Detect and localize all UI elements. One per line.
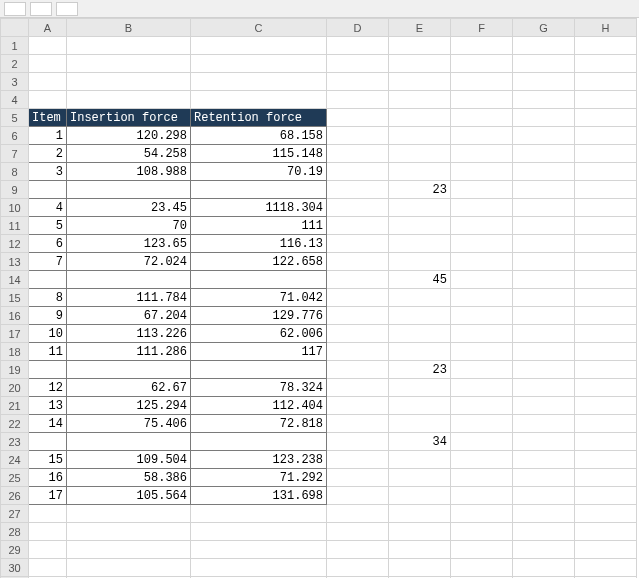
cell-C3[interactable] bbox=[191, 73, 327, 91]
row-header-18[interactable]: 18 bbox=[1, 343, 29, 361]
cell-E27[interactable] bbox=[389, 505, 451, 523]
cell-C8[interactable]: 70.19 bbox=[191, 163, 327, 181]
cell-G6[interactable] bbox=[513, 127, 575, 145]
cell-C10[interactable]: 1118.304 bbox=[191, 199, 327, 217]
cell-A21[interactable]: 13 bbox=[29, 397, 67, 415]
cell-A30[interactable] bbox=[29, 559, 67, 577]
cell-F13[interactable] bbox=[451, 253, 513, 271]
cell-E3[interactable] bbox=[389, 73, 451, 91]
cell-D26[interactable] bbox=[327, 487, 389, 505]
cell-D2[interactable] bbox=[327, 55, 389, 73]
cell-H12[interactable] bbox=[575, 235, 637, 253]
cell-F24[interactable] bbox=[451, 451, 513, 469]
cell-H2[interactable] bbox=[575, 55, 637, 73]
spreadsheet-grid[interactable]: ABCDEFGH12345ItemInsertion forceRetentio… bbox=[0, 18, 639, 578]
cell-C2[interactable] bbox=[191, 55, 327, 73]
cell-G10[interactable] bbox=[513, 199, 575, 217]
cell-C22[interactable]: 72.818 bbox=[191, 415, 327, 433]
row-header-13[interactable]: 13 bbox=[1, 253, 29, 271]
cell-G21[interactable] bbox=[513, 397, 575, 415]
cell-A1[interactable] bbox=[29, 37, 67, 55]
cell-E11[interactable] bbox=[389, 217, 451, 235]
col-header-G[interactable]: G bbox=[513, 19, 575, 37]
cell-H16[interactable] bbox=[575, 307, 637, 325]
cell-A10[interactable]: 4 bbox=[29, 199, 67, 217]
cell-A4[interactable] bbox=[29, 91, 67, 109]
cell-F23[interactable] bbox=[451, 433, 513, 451]
cell-F11[interactable] bbox=[451, 217, 513, 235]
cell-F19[interactable] bbox=[451, 361, 513, 379]
cell-E18[interactable] bbox=[389, 343, 451, 361]
cell-E19[interactable]: 23 bbox=[389, 361, 451, 379]
cell-D3[interactable] bbox=[327, 73, 389, 91]
cell-F20[interactable] bbox=[451, 379, 513, 397]
cell-H28[interactable] bbox=[575, 523, 637, 541]
cell-C7[interactable]: 115.148 bbox=[191, 145, 327, 163]
cell-F1[interactable] bbox=[451, 37, 513, 55]
cell-D19[interactable] bbox=[327, 361, 389, 379]
cell-B21[interactable]: 125.294 bbox=[67, 397, 191, 415]
cell-D29[interactable] bbox=[327, 541, 389, 559]
cell-C1[interactable] bbox=[191, 37, 327, 55]
cell-A17[interactable]: 10 bbox=[29, 325, 67, 343]
col-header-H[interactable]: H bbox=[575, 19, 637, 37]
cell-G26[interactable] bbox=[513, 487, 575, 505]
col-header-C[interactable]: C bbox=[191, 19, 327, 37]
row-header-5[interactable]: 5 bbox=[1, 109, 29, 127]
cell-H29[interactable] bbox=[575, 541, 637, 559]
cell-B19[interactable] bbox=[67, 361, 191, 379]
cell-H3[interactable] bbox=[575, 73, 637, 91]
cell-B8[interactable]: 108.988 bbox=[67, 163, 191, 181]
cell-G28[interactable] bbox=[513, 523, 575, 541]
cell-E14[interactable]: 45 bbox=[389, 271, 451, 289]
cell-B4[interactable] bbox=[67, 91, 191, 109]
cell-E21[interactable] bbox=[389, 397, 451, 415]
row-header-29[interactable]: 29 bbox=[1, 541, 29, 559]
row-header-14[interactable]: 14 bbox=[1, 271, 29, 289]
cell-A13[interactable]: 7 bbox=[29, 253, 67, 271]
row-header-20[interactable]: 20 bbox=[1, 379, 29, 397]
cell-E28[interactable] bbox=[389, 523, 451, 541]
cell-E8[interactable] bbox=[389, 163, 451, 181]
row-header-28[interactable]: 28 bbox=[1, 523, 29, 541]
cell-A8[interactable]: 3 bbox=[29, 163, 67, 181]
cell-B12[interactable]: 123.65 bbox=[67, 235, 191, 253]
toolbar-button-3[interactable] bbox=[56, 2, 78, 16]
cell-D22[interactable] bbox=[327, 415, 389, 433]
cell-D10[interactable] bbox=[327, 199, 389, 217]
row-header-2[interactable]: 2 bbox=[1, 55, 29, 73]
cell-C16[interactable]: 129.776 bbox=[191, 307, 327, 325]
cell-C15[interactable]: 71.042 bbox=[191, 289, 327, 307]
cell-D15[interactable] bbox=[327, 289, 389, 307]
cell-A16[interactable]: 9 bbox=[29, 307, 67, 325]
cell-E20[interactable] bbox=[389, 379, 451, 397]
cell-H27[interactable] bbox=[575, 505, 637, 523]
cell-E2[interactable] bbox=[389, 55, 451, 73]
cell-D6[interactable] bbox=[327, 127, 389, 145]
cell-E6[interactable] bbox=[389, 127, 451, 145]
cell-A29[interactable] bbox=[29, 541, 67, 559]
row-header-1[interactable]: 1 bbox=[1, 37, 29, 55]
row-header-25[interactable]: 25 bbox=[1, 469, 29, 487]
cell-C14[interactable] bbox=[191, 271, 327, 289]
row-header-30[interactable]: 30 bbox=[1, 559, 29, 577]
cell-H24[interactable] bbox=[575, 451, 637, 469]
cell-F15[interactable] bbox=[451, 289, 513, 307]
cell-D23[interactable] bbox=[327, 433, 389, 451]
cell-A27[interactable] bbox=[29, 505, 67, 523]
cell-E12[interactable] bbox=[389, 235, 451, 253]
cell-D1[interactable] bbox=[327, 37, 389, 55]
cell-E7[interactable] bbox=[389, 145, 451, 163]
cell-H9[interactable] bbox=[575, 181, 637, 199]
cell-E4[interactable] bbox=[389, 91, 451, 109]
cell-G27[interactable] bbox=[513, 505, 575, 523]
cell-A24[interactable]: 15 bbox=[29, 451, 67, 469]
cell-A19[interactable] bbox=[29, 361, 67, 379]
cell-C24[interactable]: 123.238 bbox=[191, 451, 327, 469]
cell-F30[interactable] bbox=[451, 559, 513, 577]
cell-D7[interactable] bbox=[327, 145, 389, 163]
cell-A9[interactable] bbox=[29, 181, 67, 199]
row-header-21[interactable]: 21 bbox=[1, 397, 29, 415]
cell-H20[interactable] bbox=[575, 379, 637, 397]
cell-B15[interactable]: 111.784 bbox=[67, 289, 191, 307]
